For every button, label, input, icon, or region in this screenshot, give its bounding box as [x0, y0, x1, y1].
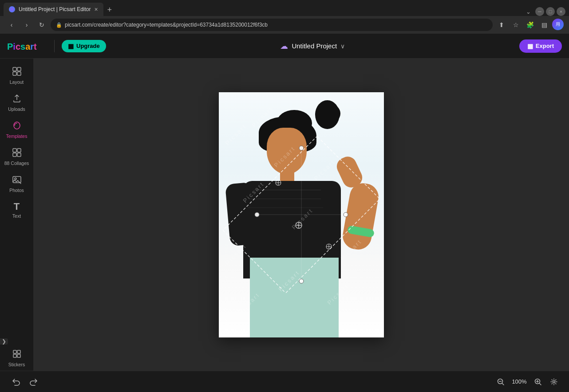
canvas-area[interactable]: Picsart Picsart Picsart Picsart Picsart …	[34, 59, 569, 371]
collapse-icon[interactable]: ⌄	[523, 8, 533, 15]
project-dropdown-icon[interactable]: ∨	[340, 43, 345, 50]
sidebar-item-stickers-label: Stickers	[8, 362, 25, 367]
app-container: Picsart ▦ Upgrade ☁ Untitled Project ∨ ▦…	[0, 34, 569, 392]
picsart-logo[interactable]: Picsart	[7, 40, 47, 52]
left-sidebar: Layout Uploads	[0, 59, 34, 371]
svg-rect-7	[13, 153, 16, 157]
sidebar-item-text-label: Text	[12, 213, 21, 219]
svg-rect-3	[13, 72, 16, 75]
close-button[interactable]: ×	[557, 7, 565, 16]
extensions-button[interactable]: 🧩	[524, 19, 536, 31]
uploads-icon	[12, 94, 22, 105]
canvas-settings-button[interactable]	[548, 376, 560, 388]
browser-action-buttons: ⬆ ☆ 🧩 ▤ 用	[495, 19, 564, 31]
refresh-button[interactable]: ↻	[36, 19, 48, 31]
topbar-left: Picsart ▦ Upgrade	[7, 40, 106, 52]
topbar-divider	[54, 40, 55, 52]
new-tab-button[interactable]: +	[103, 4, 116, 16]
sidebar-item-collages-label: 88 Collages	[4, 161, 29, 166]
browser-tab[interactable]: Untitled Project | Picsart Editor ×	[4, 3, 103, 16]
browser-controls: ‹ › ↻ 🔒 picsart.com/create/editor?catego…	[0, 16, 569, 34]
undo-button[interactable]	[9, 375, 23, 389]
redo-button[interactable]	[27, 375, 41, 389]
url-text: picsart.com/create/editor?category=templ…	[65, 22, 268, 28]
export-icon: ▦	[527, 43, 533, 50]
export-label: Export	[536, 43, 554, 49]
svg-rect-13	[13, 354, 16, 357]
sidebar-item-photos[interactable]: Photos	[1, 170, 33, 197]
sidebar-toggle-button[interactable]: ▤	[538, 19, 550, 31]
svg-rect-11	[13, 350, 16, 353]
sidebar-item-photos-label: Photos	[9, 188, 24, 193]
minimize-button[interactable]: ─	[535, 7, 544, 16]
export-button[interactable]: ▦ Export	[519, 39, 562, 53]
svg-rect-8	[17, 153, 21, 157]
maximize-button[interactable]: □	[546, 7, 555, 16]
sidebar-item-stickers[interactable]: Stickers	[1, 345, 33, 371]
sidebar-expand-button[interactable]: ❯	[0, 338, 8, 345]
svg-rect-5	[13, 149, 16, 152]
forward-button[interactable]: ›	[20, 19, 33, 31]
sidebar-item-collages[interactable]: 88 Collages	[1, 143, 33, 170]
zoom-out-button[interactable]	[494, 376, 507, 388]
share-button[interactable]: ⬆	[495, 19, 508, 31]
profile-button[interactable]: 用	[552, 19, 564, 30]
browser-chrome: Untitled Project | Picsart Editor × + ⌄ …	[0, 0, 569, 34]
sidebar-item-text[interactable]: T Text	[1, 197, 33, 223]
collages-icon	[12, 148, 22, 159]
upgrade-button[interactable]: ▦ Upgrade	[62, 40, 106, 52]
bottom-toolbar: 100%	[0, 371, 569, 392]
canvas-image	[219, 92, 384, 337]
layout-icon	[12, 67, 22, 78]
project-title[interactable]: Untitled Project	[292, 42, 337, 50]
photos-icon	[12, 175, 22, 186]
topbar-center: ☁ Untitled Project ∨	[280, 41, 345, 51]
expand-chevron-icon: ❯	[2, 338, 6, 345]
sidebar-item-layout-label: Layout	[10, 79, 24, 85]
stickers-icon	[12, 349, 22, 360]
zoom-level-display: 100%	[510, 378, 528, 385]
sidebar-item-uploads[interactable]: Uploads	[1, 89, 33, 116]
templates-icon	[12, 121, 22, 132]
text-icon: T	[14, 202, 20, 212]
tab-favicon	[9, 6, 15, 12]
upgrade-icon: ▦	[68, 43, 74, 50]
svg-rect-1	[13, 67, 16, 71]
canvas[interactable]: Picsart Picsart Picsart Picsart Picsart …	[219, 92, 384, 337]
cloud-save-icon: ☁	[280, 41, 288, 51]
canvas-wrapper: Picsart Picsart Picsart Picsart Picsart …	[219, 92, 384, 337]
undo-redo-controls	[9, 375, 41, 389]
url-bar[interactable]: 🔒 picsart.com/create/editor?category=tem…	[51, 19, 493, 31]
zoom-controls: 100%	[494, 376, 560, 388]
svg-text:Picsart: Picsart	[7, 42, 37, 51]
svg-rect-4	[17, 72, 21, 75]
upgrade-label: Upgrade	[76, 43, 100, 49]
svg-rect-6	[17, 149, 21, 152]
svg-point-47	[553, 380, 555, 383]
zoom-in-button[interactable]	[532, 376, 544, 388]
svg-rect-12	[17, 350, 20, 353]
sidebar-item-templates-label: Templates	[6, 133, 28, 139]
lock-icon: 🔒	[56, 22, 62, 28]
main-content: Layout Uploads	[0, 59, 569, 371]
topbar: Picsart ▦ Upgrade ☁ Untitled Project ∨ ▦…	[0, 34, 569, 59]
sidebar-item-layout[interactable]: Layout	[1, 62, 33, 89]
svg-rect-14	[17, 354, 20, 357]
svg-point-10	[15, 178, 16, 180]
svg-rect-2	[17, 67, 21, 71]
sidebar-item-templates[interactable]: Templates	[1, 116, 33, 143]
window-controls: ⌄ ─ □ ×	[523, 7, 565, 16]
topbar-right: ▦ Export	[519, 39, 562, 53]
tab-close-button[interactable]: ×	[95, 6, 98, 13]
back-button[interactable]: ‹	[5, 19, 18, 31]
tab-title: Untitled Project | Picsart Editor	[19, 6, 91, 12]
bookmark-button[interactable]: ☆	[510, 19, 522, 31]
sidebar-item-uploads-label: Uploads	[8, 106, 25, 112]
browser-tab-bar: Untitled Project | Picsart Editor × + ⌄ …	[0, 0, 569, 16]
